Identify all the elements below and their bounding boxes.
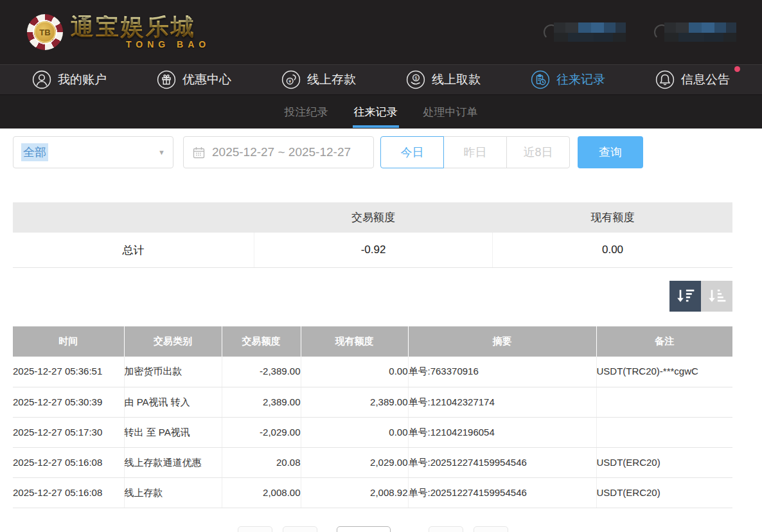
calendar-icon xyxy=(193,146,205,159)
sort-descending-button[interactable] xyxy=(669,281,701,312)
nav-label: 优惠中心 xyxy=(182,71,231,88)
cell-balance: 2,008.92 xyxy=(301,477,408,508)
cell-type: 转出 至 PA视讯 xyxy=(124,417,222,447)
pagination-first-button[interactable] xyxy=(238,526,272,532)
table-row: 2025-12-27 05:16:08 线上存款通道优惠 20.08 2,029… xyxy=(13,447,732,477)
summary-header-blank xyxy=(13,202,254,233)
nav-label: 信息公告 xyxy=(681,71,730,88)
pagination-next-button[interactable] xyxy=(429,526,463,532)
sort-controls xyxy=(13,281,732,312)
nav-item-transaction-records[interactable]: 往来记录 xyxy=(531,70,605,89)
tab-betting-records[interactable]: 投注纪录 xyxy=(283,95,330,129)
account-icon xyxy=(32,70,51,89)
col-header-balance: 现有额度 xyxy=(301,326,408,357)
col-header-type: 交易类别 xyxy=(124,326,222,357)
main-nav: 我的账户 优惠中心 ¥ 线上存款 $ 线上取款 往来记录 xyxy=(0,64,762,95)
quick-range-8days-button[interactable]: 近8日 xyxy=(506,136,570,168)
tab-transaction-records[interactable]: 往来记录 xyxy=(353,95,399,129)
col-header-summary: 摘要 xyxy=(408,326,596,357)
tab-pending-orders[interactable]: 处理中订单 xyxy=(422,95,479,129)
nav-item-deposit[interactable]: ¥ 线上存款 xyxy=(281,70,356,89)
filter-bar: 全部 ▼ 2025-12-27 ~ 2025-12-27 今日 昨日 近8日 查… xyxy=(13,136,732,168)
bell-icon xyxy=(655,70,675,89)
summary-header-transaction: 交易额度 xyxy=(254,202,493,233)
site-header: TB 通宝娱乐城 TONG BAO xyxy=(0,0,762,64)
cell-amount: 2,008.00 xyxy=(222,477,301,508)
summary-total-row: 总计 -0.92 0.00 xyxy=(13,233,732,268)
cell-type: 线上存款 xyxy=(124,477,222,508)
sort-descending-icon xyxy=(675,286,696,306)
nav-item-announcements[interactable]: 信息公告 xyxy=(655,70,730,89)
nav-item-my-account[interactable]: 我的账户 xyxy=(32,70,107,89)
pagination-prev-button[interactable] xyxy=(283,526,317,532)
col-header-note: 备注 xyxy=(596,326,732,357)
tab-label: 处理中订单 xyxy=(423,105,478,120)
cell-time: 2025-12-27 05:30:39 xyxy=(13,387,124,417)
cell-time: 2025-12-27 05:36:51 xyxy=(13,357,124,387)
cell-summary: 单号:763370916 xyxy=(408,357,596,387)
cell-note: USDT(ERC20) xyxy=(596,447,732,477)
cell-summary: 单号:121042327174 xyxy=(408,387,596,417)
sort-ascending-button[interactable] xyxy=(701,281,732,312)
redacted-balance xyxy=(554,22,626,42)
summary-total-transaction: -0.92 xyxy=(254,233,493,267)
quick-range-yesterday-button[interactable]: 昨日 xyxy=(443,136,507,168)
col-header-amount: 交易额度 xyxy=(222,326,301,357)
redacted-username xyxy=(664,22,736,42)
cell-time: 2025-12-27 05:17:30 xyxy=(13,417,124,447)
cell-note xyxy=(596,417,732,447)
user-balance-blurred[interactable] xyxy=(544,22,626,42)
nav-item-withdraw[interactable]: $ 线上取款 xyxy=(406,70,481,89)
summary-total-balance: 0.00 xyxy=(493,233,732,267)
cell-balance: 2,389.00 xyxy=(301,387,408,417)
pagination-last-button[interactable] xyxy=(474,526,508,532)
summary-header-row: 交易额度 现有额度 xyxy=(13,202,732,233)
cell-type: 加密货币出款 xyxy=(124,357,222,387)
user-info-area xyxy=(544,22,736,42)
cell-note: USDT(TRC20)-***cgwC xyxy=(596,357,732,387)
quick-range-group: 今日 昨日 近8日 xyxy=(380,136,570,168)
search-button[interactable]: 查询 xyxy=(578,136,643,168)
pagination xyxy=(13,526,732,532)
cell-note xyxy=(596,387,732,417)
casino-chip-icon: TB xyxy=(27,14,63,50)
cell-amount: -2,389.00 xyxy=(222,357,301,387)
gift-icon xyxy=(157,70,176,89)
cell-note: USDT(ERC20) xyxy=(596,477,732,508)
summary-total-label: 总计 xyxy=(13,233,254,267)
deposit-icon: ¥ xyxy=(281,70,301,89)
nav-label: 线上存款 xyxy=(307,71,356,88)
notification-dot xyxy=(734,66,740,72)
tab-label: 投注纪录 xyxy=(285,105,328,120)
summary-header-balance: 现有额度 xyxy=(493,202,732,233)
page-content: 全部 ▼ 2025-12-27 ~ 2025-12-27 今日 昨日 近8日 查… xyxy=(13,136,732,532)
date-range-input[interactable]: 2025-12-27 ~ 2025-12-27 xyxy=(183,136,374,168)
table-row: 2025-12-27 05:36:51 加密货币出款 -2,389.00 0.0… xyxy=(13,357,732,387)
brand-logo[interactable]: TB 通宝娱乐城 TONG BAO xyxy=(27,14,210,50)
date-range-value: 2025-12-27 ~ 2025-12-27 xyxy=(212,145,351,159)
sub-nav: 投注纪录 往来记录 处理中订单 xyxy=(0,95,762,129)
brand-title-en: TONG BAO xyxy=(126,40,210,49)
nav-label: 我的账户 xyxy=(58,71,107,88)
col-header-time: 时间 xyxy=(13,326,124,357)
cell-summary: 单号:202512274159954546 xyxy=(408,477,596,508)
quick-range-today-button[interactable]: 今日 xyxy=(380,136,444,168)
cell-summary: 单号:202512274159954546 xyxy=(408,447,596,477)
svg-text:¥: ¥ xyxy=(288,79,291,84)
cell-amount: -2,029.00 xyxy=(222,417,301,447)
cell-type: 线上存款通道优惠 xyxy=(124,447,222,477)
withdraw-icon: $ xyxy=(406,70,425,89)
cell-time: 2025-12-27 05:16:08 xyxy=(13,447,124,477)
category-select[interactable]: 全部 ▼ xyxy=(13,136,173,168)
records-icon xyxy=(531,70,550,89)
cell-time: 2025-12-27 05:16:08 xyxy=(13,477,124,508)
user-account-blurred[interactable] xyxy=(654,22,736,42)
pagination-current-page[interactable] xyxy=(337,526,391,532)
nav-item-promotions[interactable]: 优惠中心 xyxy=(157,70,231,89)
nav-label: 线上取款 xyxy=(432,71,481,88)
chevron-down-icon: ▼ xyxy=(158,148,165,156)
svg-text:$: $ xyxy=(415,76,418,80)
cell-summary: 单号:121042196054 xyxy=(408,417,596,447)
table-row: 2025-12-27 05:16:08 线上存款 2,008.00 2,008.… xyxy=(13,477,732,508)
cell-balance: 2,029.00 xyxy=(301,447,408,477)
